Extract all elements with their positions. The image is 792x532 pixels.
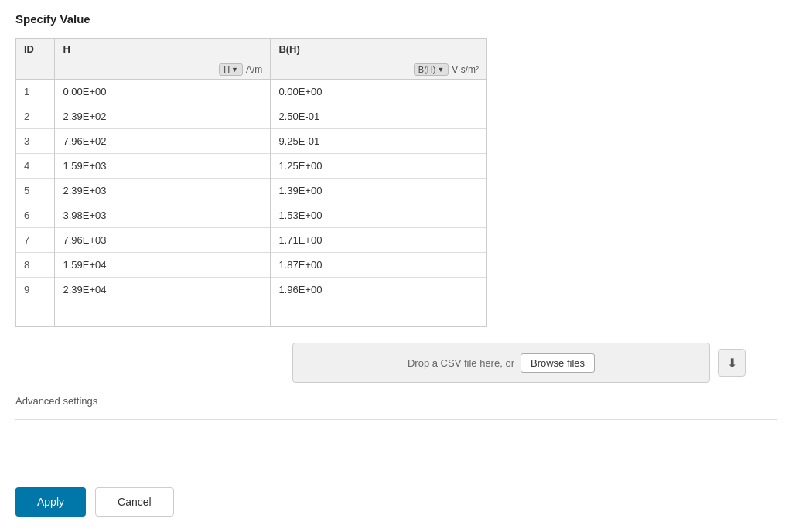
col-subheader-id [16, 60, 55, 80]
download-icon: ⬇ [727, 356, 737, 370]
bh-tag[interactable]: B(H) ▼ [414, 63, 449, 76]
cell-h[interactable]: 7.96E+02 [55, 129, 271, 154]
cell-id: 5 [16, 179, 55, 203]
cell-id: 8 [16, 253, 55, 278]
drop-zone-text: Drop a CSV file here, or [408, 357, 514, 369]
csv-drop-zone[interactable]: Drop a CSV file here, or Browse files [292, 343, 710, 383]
table-row[interactable]: 22.39E+022.50E-01 [16, 104, 486, 129]
table-body: 10.00E+000.00E+0022.39E+022.50E-0137.96E… [16, 80, 486, 327]
cell-id: 4 [16, 154, 55, 179]
advanced-settings-link[interactable]: Advanced settings [15, 395, 97, 407]
cell-h[interactable]: 2.39E+04 [55, 278, 271, 302]
cell-id: 9 [16, 278, 55, 302]
page-title: Specify Value [15, 12, 777, 26]
h-tag[interactable]: H ▼ [219, 63, 243, 76]
col-subheader-h[interactable]: H ▼ A/m [55, 60, 271, 80]
col-header-h: H [55, 39, 271, 60]
data-table: ID H B(H) H ▼ A/m B(H) ▼ [16, 39, 486, 327]
table-row[interactable]: 81.59E+041.87E+00 [16, 253, 486, 278]
cell-bh[interactable]: 9.25E-01 [271, 129, 486, 154]
table-row[interactable]: 52.39E+031.39E+00 [16, 179, 486, 203]
cell-id: 1 [16, 80, 55, 104]
table-row[interactable]: 10.00E+000.00E+00 [16, 80, 486, 104]
table-row[interactable]: 41.59E+031.25E+00 [16, 154, 486, 179]
download-button[interactable]: ⬇ [718, 349, 746, 377]
cell-bh[interactable]: 1.25E+00 [271, 154, 486, 179]
drop-zone-row: Drop a CSV file here, or Browse files ⬇ [292, 343, 746, 383]
table-row[interactable]: 63.98E+031.53E+00 [16, 203, 486, 228]
page-container: Specify Value ID H B(H) H ▼ A/m [0, 0, 792, 532]
table-subheader-row: H ▼ A/m B(H) ▼ V·s/m² [16, 60, 486, 80]
cell-bh[interactable]: 1.87E+00 [271, 253, 486, 278]
table-row[interactable]: 92.39E+041.96E+00 [16, 278, 486, 302]
col-header-bh: B(H) [271, 39, 486, 60]
cell-id: 6 [16, 203, 55, 228]
cancel-button[interactable]: Cancel [95, 487, 174, 517]
data-table-wrapper: ID H B(H) H ▼ A/m B(H) ▼ [15, 38, 487, 327]
cell-h[interactable]: 7.96E+03 [55, 228, 271, 253]
col-subheader-bh[interactable]: B(H) ▼ V·s/m² [271, 60, 486, 80]
cell-bh[interactable]: 0.00E+00 [271, 80, 486, 104]
apply-button[interactable]: Apply [15, 487, 86, 517]
cell-h[interactable]: 3.98E+03 [55, 203, 271, 228]
cell-bh[interactable]: 1.53E+00 [271, 203, 486, 228]
cell-h[interactable]: 1.59E+03 [55, 154, 271, 179]
cell-id: 2 [16, 104, 55, 129]
cell-h[interactable]: 2.39E+02 [55, 104, 271, 129]
bh-unit: V·s/m² [452, 64, 479, 75]
browse-files-button[interactable]: Browse files [521, 353, 595, 373]
table-header-row: ID H B(H) [16, 39, 486, 60]
cell-h[interactable]: 1.59E+04 [55, 253, 271, 278]
footer-divider [15, 419, 777, 420]
cell-id: 3 [16, 129, 55, 154]
h-unit: A/m [246, 64, 262, 75]
cell-id: 7 [16, 228, 55, 253]
cell-bh[interactable]: 1.71E+00 [271, 228, 486, 253]
cell-bh[interactable]: 2.50E-01 [271, 104, 486, 129]
table-row[interactable]: 77.96E+031.71E+00 [16, 228, 486, 253]
cell-h[interactable]: 0.00E+00 [55, 80, 271, 104]
col-header-id: ID [16, 39, 55, 60]
footer-buttons: Apply Cancel [15, 487, 174, 517]
table-row[interactable]: 37.96E+029.25E-01 [16, 129, 486, 154]
bottom-area: Drop a CSV file here, or Browse files ⬇ … [15, 343, 777, 407]
cell-bh[interactable]: 1.96E+00 [271, 278, 486, 302]
table-row-empty[interactable] [16, 302, 486, 327]
cell-h[interactable]: 2.39E+03 [55, 179, 271, 203]
cell-bh[interactable]: 1.39E+00 [271, 179, 486, 203]
